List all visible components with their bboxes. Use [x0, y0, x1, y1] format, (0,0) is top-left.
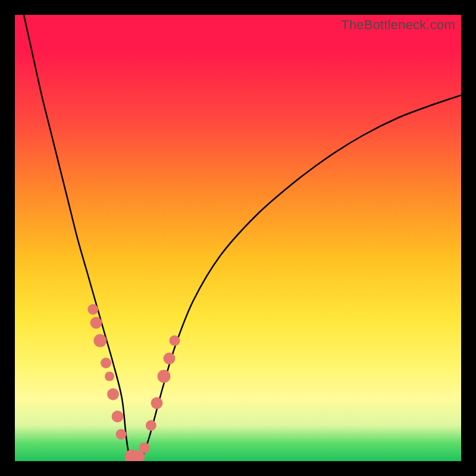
data-point-marker [107, 389, 119, 400]
data-point-marker [116, 429, 127, 440]
data-point-marker [112, 411, 124, 422]
curve-svg [15, 15, 461, 461]
data-point-marker [101, 358, 111, 368]
plot-area: TheBottleneck.com [15, 15, 461, 461]
data-point-marker [139, 443, 150, 453]
data-point-marker [93, 334, 107, 347]
curve-markers [87, 304, 180, 461]
data-point-marker [170, 336, 180, 346]
data-point-marker [90, 317, 102, 329]
data-point-marker [158, 370, 171, 383]
data-point-marker [87, 304, 98, 315]
bottleneck-curve [24, 15, 461, 461]
data-point-marker [151, 397, 163, 409]
data-point-marker [105, 372, 114, 381]
data-point-marker [164, 353, 176, 365]
data-point-marker [146, 420, 156, 431]
chart-frame: TheBottleneck.com [0, 0, 476, 476]
